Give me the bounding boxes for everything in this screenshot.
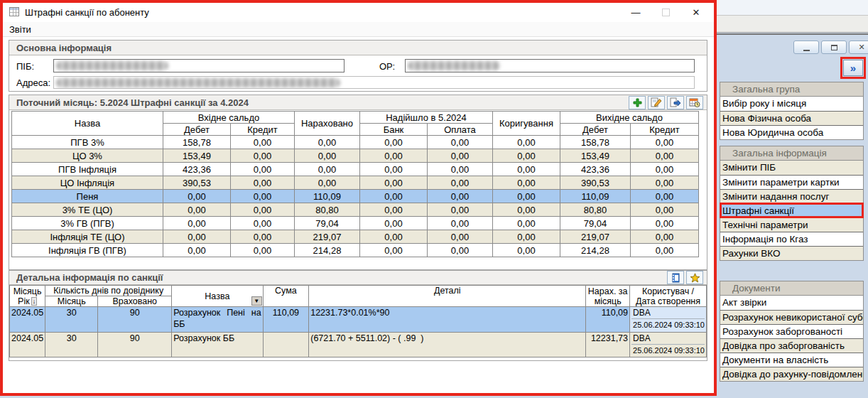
sanction-value: 219,07: [560, 230, 631, 244]
col-header-accrued[interactable]: Нараховано: [295, 112, 360, 136]
add-icon[interactable]: [629, 96, 646, 109]
sanction-value: 0,00: [231, 244, 295, 257]
col-header-debit[interactable]: Дебет: [163, 124, 231, 136]
pib-label: ПІБ:: [16, 61, 34, 72]
sanction-value: 423,36: [560, 163, 631, 176]
col-header-days-counted[interactable]: Враховано: [98, 296, 172, 307]
detail-user: DBA: [631, 333, 705, 345]
sidebar-item[interactable]: Змінити надання послуг: [720, 189, 863, 203]
sort-desc-icon[interactable]: ↓: [31, 297, 38, 306]
detail-created: 25.06.2024 09:33:10: [631, 319, 705, 330]
sidebar-item[interactable]: Довідка до рахунку-повідомлення: [720, 367, 863, 381]
sidebar-item[interactable]: Змінити параметри картки: [720, 175, 863, 189]
sidebar-item[interactable]: Вибір року і місяця: [720, 97, 863, 111]
col-header-days-month[interactable]: Місяць: [45, 296, 98, 307]
col-header-period[interactable]: Місяць Рік↓: [10, 286, 45, 307]
period-month-label: Місяць: [11, 286, 43, 296]
minimize-icon[interactable]: —: [629, 7, 642, 18]
sidebar-item[interactable]: Рахунки ВКО: [720, 246, 863, 260]
sanction-value: 0,00: [493, 149, 560, 163]
sanction-value: 110,09: [560, 190, 631, 203]
calendar-history-icon[interactable]: [686, 96, 703, 109]
col-header-debit-out[interactable]: Дебет: [560, 124, 631, 136]
sanction-value: 0,00: [295, 136, 360, 149]
col-header-sum[interactable]: Сума: [263, 286, 309, 307]
panel-minimize-icon[interactable]: [793, 41, 819, 54]
sanction-value: 0,00: [231, 230, 295, 244]
sidebar-group-title: Загальна інформація: [720, 146, 863, 161]
sanction-value: 0,00: [493, 217, 560, 230]
export-icon[interactable]: [667, 96, 684, 109]
sanction-value: 0,00: [231, 136, 295, 149]
details-toolbar: [667, 271, 703, 284]
edit-icon[interactable]: [648, 96, 665, 109]
details-title: Детальна інформація по санкції: [16, 272, 163, 283]
sanction-value: 0,00: [631, 136, 699, 149]
sanction-value: 0,00: [231, 176, 295, 190]
col-header-name[interactable]: Назва: [12, 112, 163, 136]
sanction-name: ПГВ Інфляція: [12, 163, 163, 176]
main-info-title: Основна інформація: [16, 43, 112, 53]
sanctions-header-bar: Поточний місяць: 5.2024 Штрафні санкції …: [9, 95, 707, 110]
sanctions-row[interactable]: 3% ГВ (ПГВ)0,000,0079,040,000,000,0079,0…: [12, 217, 699, 230]
col-header-days-group[interactable]: Кількість днів по довіднику: [45, 286, 172, 296]
close-icon[interactable]: ✕: [690, 7, 702, 18]
sidebar-item[interactable]: Документи на власність: [720, 353, 863, 367]
col-header-received[interactable]: Надійшло в 5.2024: [360, 112, 493, 124]
sanctions-row[interactable]: Інфляція ТЕ (ЦО)0,000,00219,070,000,000,…: [12, 230, 699, 244]
col-header-credit-out[interactable]: Кредит: [631, 124, 699, 136]
sidebar-item[interactable]: Змінити ПІБ: [720, 161, 863, 175]
sanctions-row[interactable]: Інфляція ГВ (ПГВ)0,000,00214,280,000,000…: [12, 244, 699, 257]
col-header-accrued-month[interactable]: Нарах. за місяць: [586, 286, 630, 307]
sanction-value: 0,00: [360, 136, 428, 149]
col-header-credit[interactable]: Кредит: [231, 124, 295, 136]
col-header-bank[interactable]: Банк: [360, 124, 428, 136]
detail-accrued: 12231,73: [586, 333, 630, 357]
sidebar-item[interactable]: Довідка про заборгованість: [720, 338, 863, 353]
sanctions-row[interactable]: ЦО Інфляція390,530,000,000,000,000,00390…: [12, 176, 699, 190]
sanctions-row[interactable]: ПГВ 3%158,780,000,000,000,000,00158,780,…: [12, 136, 699, 149]
details-row[interactable]: 2024.053090Розрахунок Пені на ББ110,0912…: [10, 307, 707, 333]
detail-period: 2024.05: [10, 333, 45, 357]
col-header-details[interactable]: Деталі: [309, 286, 586, 307]
sanctions-row[interactable]: ЦО 3%153,490,000,000,000,000,00153,490,0…: [12, 149, 699, 163]
menu-item-reports[interactable]: Звіти: [5, 24, 36, 35]
sanction-value: 80,80: [295, 203, 360, 217]
or-field[interactable]: [405, 59, 695, 72]
col-header-detail-name[interactable]: Назва ▼: [172, 286, 263, 307]
col-header-user-date[interactable]: Користувач / Дата створення: [630, 286, 707, 307]
panel-close-icon[interactable]: ✕: [849, 41, 868, 54]
pib-field[interactable]: [53, 59, 345, 72]
sanction-value: 0,00: [493, 163, 560, 176]
sanction-value: 110,09: [295, 190, 360, 203]
address-field[interactable]: [53, 76, 695, 89]
sanction-value: 0,00: [631, 217, 699, 230]
details-section: Детальна інформація по санкції: [9, 270, 707, 361]
sanctions-row[interactable]: Пеня0,000,00110,090,000,000,00110,090,00: [12, 190, 699, 203]
sidebar-group-1: Загальна інформаціяЗмінити ПІБЗмінити па…: [720, 146, 864, 261]
sidebar-item[interactable]: Нова Фізична особа: [720, 111, 863, 125]
panel-restore-icon[interactable]: [821, 41, 847, 54]
sanctions-row[interactable]: 3% ТЕ (ЦО)0,000,0080,800,000,000,0080,80…: [12, 203, 699, 217]
col-header-payment[interactable]: Оплата: [428, 124, 493, 136]
notebook-icon[interactable]: [667, 271, 684, 284]
details-row[interactable]: 2024.053090Розрахунок ББ(6721.70 + 5511.…: [10, 333, 707, 357]
or-label: ОР:: [379, 61, 395, 72]
sidebar-item[interactable]: Інформація по Кгаз: [720, 232, 863, 246]
col-header-adjustment[interactable]: Коригування: [493, 112, 560, 136]
sidebar-item[interactable]: Розрахунок невикористаної субс.: [720, 310, 863, 324]
sidebar-item[interactable]: Нова Юридична особа: [720, 125, 863, 139]
sanctions-row[interactable]: ПГВ Інфляція423,360,000,000,000,000,0042…: [12, 163, 699, 176]
sidebar-item[interactable]: Технічні параметри: [720, 217, 863, 232]
star-icon[interactable]: [686, 271, 703, 284]
sidebar-item[interactable]: Розрахунок заборгованості: [720, 324, 863, 338]
col-header-incoming[interactable]: Вхідне сальдо: [163, 112, 295, 124]
sidebar-item[interactable]: Акт звірки: [720, 296, 863, 310]
sidebar-group-2: ДокументиАкт звіркиРозрахунок невикорист…: [720, 281, 864, 382]
expand-panel-button[interactable]: »: [843, 60, 863, 76]
col-header-outgoing[interactable]: Вихідне сальдо: [560, 112, 699, 124]
sidebar-item[interactable]: Штрафні санкції: [720, 203, 863, 217]
filter-dropdown-icon[interactable]: ▼: [251, 296, 262, 306]
sanction-value: 0,00: [493, 230, 560, 244]
maximize-icon[interactable]: [662, 9, 670, 16]
